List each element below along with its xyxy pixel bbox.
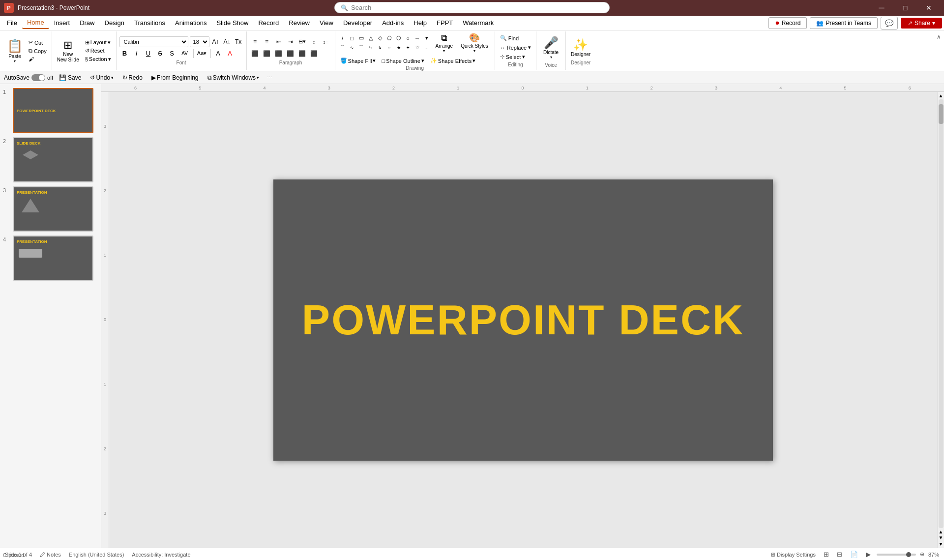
shape-pentagon[interactable]: ⬠ [385, 34, 394, 43]
slide-thumb-2[interactable]: 2 SLIDE DECK [3, 137, 98, 182]
shape-arc[interactable]: ⌒ [357, 43, 366, 52]
new-slide-button[interactable]: ⊞ New New Slide [55, 36, 81, 65]
menu-transitions[interactable]: Transitions [129, 17, 170, 29]
accessibility-button[interactable]: Accessibility: Investigate [130, 551, 192, 559]
menu-help[interactable]: Help [409, 17, 432, 29]
menu-slideshow[interactable]: Slide Show [211, 17, 253, 29]
font-increase-button[interactable]: A↑ [211, 37, 221, 47]
menu-developer[interactable]: Developer [338, 17, 377, 29]
slide-main-text[interactable]: POWERPOINT DECK [302, 295, 744, 344]
shape-star5[interactable]: ★ [394, 43, 403, 52]
find-button[interactable]: 🔍 Find [498, 34, 533, 42]
display-settings-button[interactable]: 🖥 Display Settings [768, 551, 818, 559]
shape-star6[interactable]: ✦ [404, 43, 413, 52]
scroll-next-slide[interactable]: ▼ [939, 535, 944, 540]
toggle-switch[interactable] [31, 74, 45, 81]
decrease-indent-button[interactable]: ⇤ [273, 36, 284, 47]
align-right-button[interactable]: ⬛ [273, 48, 284, 59]
menu-addins[interactable]: Add-ins [377, 17, 409, 29]
strikethrough-button[interactable]: S [155, 48, 166, 59]
autosave-toggle[interactable]: AutoSave off [4, 74, 53, 81]
font-decrease-button[interactable]: A↓ [222, 37, 232, 47]
switch-windows-button[interactable]: ⧉ Switch Windows ▾ [205, 73, 262, 82]
scroll-thumb[interactable] [939, 104, 944, 124]
reading-view-button[interactable]: 📄 [848, 550, 860, 559]
save-button[interactable]: 💾 Save [56, 73, 84, 82]
undo-button[interactable]: ↺ Undo ▾ [87, 73, 117, 82]
shape-connector[interactable]: ⤷ [366, 43, 375, 52]
linespacing-button[interactable]: ↕≡ [321, 36, 331, 47]
share-button[interactable]: ↗ Share ▾ [901, 18, 942, 29]
bullets-button[interactable]: ≡ [250, 36, 261, 47]
normal-view-button[interactable]: ⊞ [822, 550, 831, 559]
copy-button[interactable]: ⧉ Copy [27, 47, 49, 55]
font-size-select[interactable]: 18 [190, 36, 209, 47]
justify-button[interactable]: ⬛ [285, 48, 296, 59]
search-input[interactable] [351, 4, 603, 11]
slide-preview-2[interactable]: SLIDE DECK [13, 137, 93, 182]
arrange-button[interactable]: ⧉ Arrange ▾ [432, 30, 457, 55]
charspacing-button[interactable]: AV [178, 48, 191, 59]
slide-preview-4[interactable]: PRESENTATION [13, 236, 93, 281]
present-teams-button[interactable]: 👥 Present in Teams [810, 17, 878, 29]
paste-button[interactable]: 📋 Paste ▾ [4, 36, 26, 65]
shape-doublearrow[interactable]: ↔ [385, 43, 394, 52]
align-left-button[interactable]: ⬛ [250, 48, 261, 59]
increase-indent-button[interactable]: ⇥ [285, 36, 296, 47]
menu-animations[interactable]: Animations [170, 17, 211, 29]
section-button[interactable]: § Section ▾ [83, 56, 113, 63]
select-button[interactable]: ⊹ Select ▾ [498, 53, 533, 61]
shape-fill-button[interactable]: 🪣 Shape Fill ▾ [338, 57, 378, 64]
shape-hexagon[interactable]: ⬡ [394, 34, 403, 43]
minimize-button[interactable]: ─ [870, 0, 893, 16]
ribbon-collapse-button[interactable]: ∧ [935, 31, 943, 70]
slide-preview-3[interactable]: PRESENTATION [13, 186, 93, 232]
zoom-fit-button[interactable]: ⊕ [918, 550, 926, 559]
shape-outline-button[interactable]: □ Shape Outline ▾ [380, 57, 426, 64]
replace-button[interactable]: ↔ Replace ▾ [498, 43, 533, 52]
format-painter-button[interactable]: 🖌 [27, 56, 49, 62]
more-commands-button[interactable]: ⋯ [265, 73, 274, 82]
clear-format-button[interactable]: Tx [234, 37, 243, 47]
scroll-up-button[interactable]: ▲ [939, 93, 944, 98]
quick-styles-button[interactable]: 🎨 Quick Styles ▾ [457, 30, 492, 55]
record-button[interactable]: ⏺ Record [768, 17, 807, 29]
slideshow-view-button[interactable]: ▶ [864, 550, 873, 559]
scroll-prev-slide[interactable]: ▲ [939, 529, 944, 534]
align-dist-button[interactable]: ⬛ [309, 48, 320, 59]
font-name-select[interactable]: Calibri [119, 36, 188, 47]
scroll-down-button[interactable]: ▼ [939, 541, 944, 547]
shape-elbow[interactable]: ↳ [376, 43, 384, 52]
bold-button[interactable]: B [119, 48, 130, 59]
shape-roundrect[interactable]: ▭ [357, 34, 366, 43]
reset-button[interactable]: ↺ Reset [83, 47, 113, 55]
shape-arrow[interactable]: → [413, 34, 422, 43]
slide-thumb-3[interactable]: 3 PRESENTATION [3, 186, 98, 232]
from-beginning-button[interactable]: ▶ From Beginning [148, 73, 202, 82]
zoom-slider[interactable] [877, 554, 916, 556]
textshadow-button[interactable]: S [167, 48, 177, 59]
shape-line[interactable]: / [338, 34, 347, 43]
changecase-button[interactable]: Aa▾ [196, 48, 208, 59]
columns-button[interactable]: ⊟▾ [297, 36, 308, 47]
numbering-button[interactable]: ≡ [262, 36, 272, 47]
direction-button[interactable]: ↕ [309, 36, 320, 47]
comment-button[interactable]: 💬 [881, 17, 898, 29]
shape-circle[interactable]: ○ [404, 34, 413, 43]
menu-file[interactable]: File [2, 17, 22, 29]
designer-button[interactable]: ✨ Designer [569, 36, 592, 59]
cut-button[interactable]: ✂ Cut [27, 39, 49, 46]
shape-rect[interactable]: □ [348, 34, 356, 43]
slide-canvas[interactable]: POWERPOINT DECK [273, 179, 773, 461]
shape-diamond[interactable]: ◇ [376, 34, 384, 43]
highlight-button[interactable]: A [213, 48, 224, 59]
shape-effects-button[interactable]: ✨ Shape Effects ▾ [428, 57, 477, 64]
underline-button[interactable]: U [143, 48, 154, 59]
notes-button[interactable]: 🖊 Notes [38, 551, 63, 559]
menu-record[interactable]: Record [253, 17, 284, 29]
menu-review[interactable]: Review [284, 17, 315, 29]
shape-more[interactable]: ▾ [422, 34, 431, 43]
slide-preview-1[interactable]: POWERPOINT DECK [13, 88, 93, 133]
zoom-thumb[interactable] [906, 552, 911, 557]
menu-watermark[interactable]: Watermark [458, 17, 499, 29]
